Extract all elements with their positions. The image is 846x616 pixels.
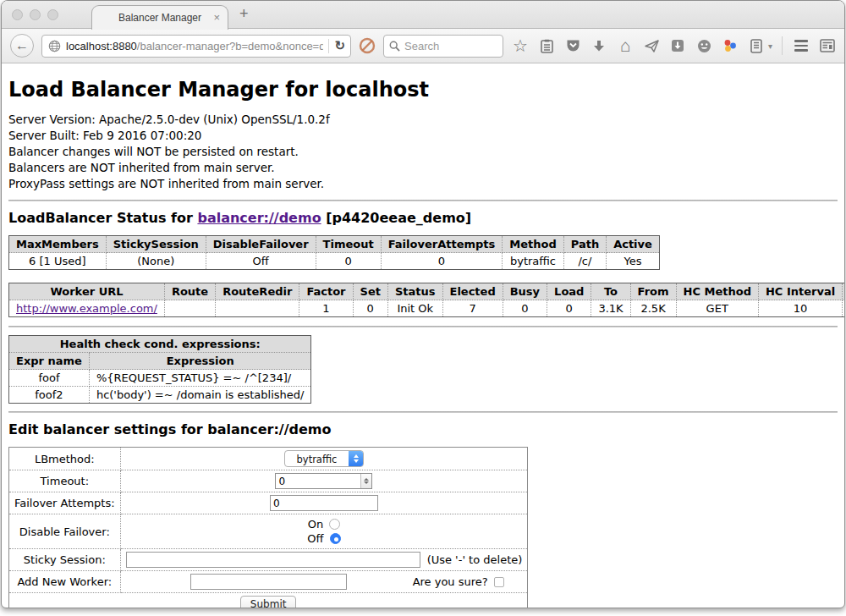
health-table-title: Health check cond. expressions:: [9, 336, 311, 353]
timeout-row: Timeout:: [9, 470, 528, 492]
failover-attempts-input[interactable]: [270, 495, 378, 511]
confirm-label: Are you sure?: [413, 575, 488, 588]
search-input[interactable]: [404, 40, 497, 52]
disable-failover-label: Disable Failover:: [9, 514, 121, 549]
col-maxmembers: MaxMembers: [9, 236, 107, 253]
tab-title: Balancer Manager: [118, 12, 201, 24]
timeout-label: Timeout:: [9, 470, 121, 492]
sticky-session-input[interactable]: [126, 552, 420, 568]
browser-tab[interactable]: Balancer Manager ×: [91, 5, 228, 30]
toolbar-separator: [782, 36, 783, 55]
search-icon: [389, 41, 400, 52]
balancer-header-row: MaxMembers StickySession DisableFailover…: [9, 236, 660, 253]
status-heading-prefix: LoadBalancer Status for: [8, 210, 197, 226]
tab-bar: Balancer Manager × +: [2, 1, 844, 29]
failover-on-radio[interactable]: [329, 519, 340, 530]
select-stepper-icon: [349, 451, 363, 466]
menu-hamburger-icon[interactable]: [792, 36, 810, 55]
chat-smiley-icon[interactable]: [695, 36, 713, 55]
timeout-input-wrap: [275, 473, 372, 489]
failover-label: Failover Attempts:: [9, 492, 121, 514]
health-header-row: Expr name Expression: [9, 353, 311, 370]
submit-button[interactable]: Submit: [240, 596, 297, 608]
failover-off-radio[interactable]: [330, 533, 341, 544]
radio-off-label: Off: [307, 532, 323, 545]
reader-grid-icon[interactable]: [818, 36, 837, 55]
sticky-session-row: Sticky Session: (Use '-' to delete): [9, 549, 528, 571]
number-stepper-icon[interactable]: [360, 474, 371, 488]
confirm-checkbox[interactable]: [494, 577, 504, 587]
home-icon[interactable]: ⌂: [616, 36, 634, 55]
section-divider: [8, 411, 838, 413]
server-version-line: Server Version: Apache/2.5.0-dev (Unix) …: [8, 112, 838, 128]
new-tab-button[interactable]: +: [239, 5, 249, 23]
health-data-row: foof %{REQUEST_STATUS} =~ /^[234]/: [9, 370, 311, 387]
downloads-icon[interactable]: [590, 36, 608, 55]
colored-dots-extension-icon[interactable]: [721, 36, 739, 55]
proxypass-note-line: ProxyPass settings are NOT inherited fro…: [8, 176, 838, 192]
health-data-row: foof2 hc('body') =~ /domain is establish…: [9, 387, 311, 404]
save-to-device-icon[interactable]: [668, 36, 687, 55]
status-heading-suffix: [p4420eeae_demo]: [321, 210, 472, 226]
edit-settings-heading: Edit balancer settings for balancer://de…: [8, 421, 838, 437]
content-blocker-icon[interactable]: [359, 37, 376, 54]
server-built-line: Server Built: Feb 9 2016 07:00:20: [8, 128, 838, 144]
url-text[interactable]: localhost:8880/balancer-manager?b=demo&n…: [66, 40, 323, 52]
lbmethod-select[interactable]: bytraffic: [284, 450, 365, 467]
col-expr-name: Expr name: [9, 353, 90, 370]
lbmethod-selected-value: bytraffic: [285, 451, 349, 466]
tab-close-icon[interactable]: ×: [213, 12, 220, 23]
browser-window: Balancer Manager × + ← localhost:8880/ba…: [1, 0, 845, 608]
persist-note-line: Balancer changes will NOT be persisted o…: [8, 144, 838, 160]
url-host: localhost:8880: [66, 40, 137, 52]
urlbar-divider: [328, 39, 329, 53]
search-bar[interactable]: [383, 35, 503, 58]
window-close-button[interactable]: [12, 9, 23, 20]
url-bar[interactable]: localhost:8880/balancer-manager?b=demo&n…: [41, 35, 351, 58]
col-disablefailover: DisableFailover: [206, 236, 316, 253]
sticky-session-note: (Use '-' to delete): [427, 553, 523, 566]
worker-data-row: http://www.example.com/ 1 0 Init Ok 7 0 …: [9, 300, 845, 317]
back-arrow-icon: ←: [15, 38, 29, 53]
col-method: Method: [503, 236, 563, 253]
reload-icon[interactable]: ↻: [334, 38, 345, 53]
send-plane-icon[interactable]: [642, 36, 661, 55]
navigation-toolbar: ← localhost:8880/balancer-manager?b=demo…: [2, 29, 844, 63]
lbmethod-label: LBmethod:: [9, 448, 121, 470]
add-worker-input[interactable]: [190, 574, 347, 590]
server-info: Server Version: Apache/2.5.0-dev (Unix) …: [8, 112, 838, 192]
back-button[interactable]: ←: [10, 34, 34, 58]
failover-attempts-row: Failover Attempts:: [9, 492, 528, 514]
sticky-session-label: Sticky Session:: [9, 549, 121, 571]
col-stickysession: StickySession: [106, 236, 206, 253]
health-check-table: Health check cond. expressions: Expr nam…: [8, 335, 311, 404]
radio-on-label: On: [308, 518, 323, 531]
add-worker-row: Add New Worker: Are you sure?: [9, 571, 528, 593]
pocket-icon[interactable]: [563, 36, 582, 55]
lbmethod-row: LBmethod: bytraffic: [9, 448, 528, 470]
status-heading: LoadBalancer Status for balancer://demo …: [8, 210, 838, 226]
timeout-input[interactable]: [276, 474, 360, 488]
col-active: Active: [607, 236, 660, 253]
balancer-link[interactable]: balancer://demo: [197, 210, 321, 226]
reading-list-icon[interactable]: [537, 36, 556, 55]
balancer-data-row: 6 [1 Used] (None) Off 0 0 bytraffic /c/ …: [9, 253, 660, 270]
bookmark-star-icon[interactable]: ☆: [511, 36, 530, 55]
edit-settings-form: LBmethod: bytraffic Timeout:: [8, 447, 528, 608]
worker-header-row: Worker URL Route RouteRedir Factor Set S…: [9, 283, 845, 300]
url-path: /balancer-manager?b=demo&nonce=decc37be-…: [137, 40, 324, 52]
health-title-row: Health check cond. expressions:: [9, 336, 311, 353]
inherit-note-line: Balancers are NOT inherited from main se…: [8, 160, 838, 176]
col-worker-url: Worker URL: [9, 283, 165, 300]
disable-failover-row: Disable Failover: On Off: [9, 514, 528, 549]
globe-icon: [47, 39, 61, 52]
window-zoom-button[interactable]: [47, 9, 58, 20]
worker-url-link[interactable]: http://www.example.com/: [16, 302, 157, 315]
window-minimize-button[interactable]: [30, 9, 41, 20]
chevron-down-icon[interactable]: ▾: [768, 41, 772, 51]
page-title: Load Balancer Manager for localhost: [8, 78, 838, 102]
container-archive-icon[interactable]: [747, 36, 766, 55]
window-controls: [12, 9, 58, 20]
page-content: Load Balancer Manager for localhost Serv…: [2, 63, 844, 608]
worker-status-table: Worker URL Route RouteRedir Factor Set S…: [8, 283, 844, 317]
